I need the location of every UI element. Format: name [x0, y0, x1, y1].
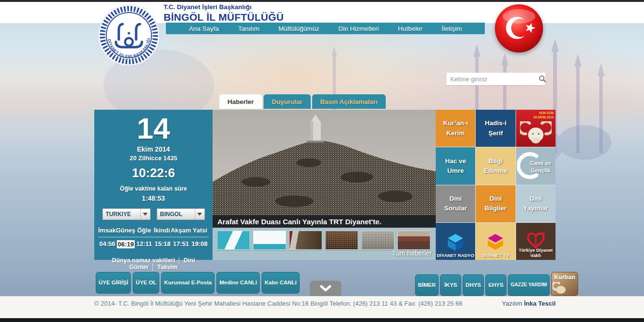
all-news-link[interactable]: Tüm haberler — [392, 249, 432, 257]
page: DİYANET İŞLERİ BAŞKANLIĞI T.C. Diyanet İ… — [0, 0, 644, 322]
page-title: BİNGÖL İL MÜFTÜLÜĞÜ — [164, 11, 284, 24]
ram-icon — [553, 282, 567, 295]
quick-link-label: BİMER — [418, 282, 436, 288]
country-select[interactable]: TURKIYE — [102, 208, 151, 220]
divider: │ — [177, 257, 181, 264]
credit-vendor-link[interactable]: İnka Tescil — [524, 300, 556, 307]
content-tabs: HaberlerDuyurularBasın Açıklamaları — [219, 94, 386, 109]
prayer-time-col: 17:51 — [172, 237, 190, 248]
software-credit: Yazılım İnka Tescil — [502, 300, 556, 307]
prayer-name: Öğle — [137, 227, 151, 234]
slider-photo-arafat[interactable] — [213, 110, 436, 228]
city-select[interactable]: BINGOL — [157, 208, 205, 220]
chevron-down-icon[interactable] — [195, 209, 204, 219]
search-input[interactable] — [446, 76, 539, 83]
nav-item-0[interactable]: Ana Sayfa — [189, 25, 219, 32]
quick-link-dhys[interactable]: DHYS — [463, 274, 484, 296]
tile-label: Türkiye Diyanet Vakfı — [516, 247, 556, 258]
prayer-link-2[interactable]: Takvim — [157, 264, 177, 270]
prayer-time-col: 19:08 — [190, 237, 209, 248]
quick-link-label: ÜYE GİRİŞİ — [99, 279, 128, 286]
news-slider: Arafat Vakfe Duası Canlı Yayınla TRT Diy… — [213, 110, 436, 260]
quick-link-label: EHYS — [488, 282, 503, 288]
prayer-name: Güneş — [116, 227, 135, 234]
quick-link-label: Kabe CANLI — [265, 279, 296, 286]
tile-bilgi-edinme[interactable]: Bilgi Edinme — [476, 147, 515, 184]
quick-link--ye-ol[interactable]: ÜYE OL — [133, 272, 159, 294]
nav-item-3[interactable]: Din Hizmetleri — [339, 25, 379, 32]
quick-link-kurumsal-e-posta[interactable]: Kurumsal E-Posta — [161, 272, 215, 294]
prayer-link-0[interactable]: Dünya namaz vakitleri — [112, 257, 175, 264]
tab-1[interactable]: Duyurular — [264, 94, 311, 109]
quick-link-label: Kurumsal E-Posta — [164, 279, 212, 286]
copyright-text: © 2014- T.C. Bingöl İl Müftülüğü Yeni Şe… — [94, 300, 463, 307]
tile-label: Hac ve Umre — [436, 156, 475, 176]
quick-link-gazze-yardim[interactable]: GAZZE YARDIM — [508, 274, 550, 296]
cemaat-salon-foto-thumbnail[interactable] — [325, 231, 358, 250]
diyanet-logo[interactable]: DİYANET İŞLERİ BAŞKANLIĞI — [98, 4, 160, 66]
tile-label: Dini Sorular — [436, 194, 475, 214]
tile-label: Cami ve Gençlik — [527, 160, 554, 174]
prayer-time: 12:11 — [137, 240, 152, 247]
quick-link-kabe-canli[interactable]: Kabe CANLI — [262, 272, 299, 294]
quick-link-kurban[interactable]: Kurban — [551, 272, 578, 296]
location-selects: TURKIYE BINGOL — [94, 208, 213, 220]
prayer-time-col: 04:56 — [98, 237, 116, 248]
chevron-down-icon[interactable] — [140, 209, 150, 219]
nav-item-4[interactable]: Hutbeler — [398, 25, 422, 32]
quick-link-label: DHYS — [466, 282, 481, 288]
tile-label: Dini Yayınlar — [516, 194, 556, 214]
tile-kur-an-kerim[interactable]: Kur’an-ı Kerim — [436, 110, 475, 147]
muftu-makam-foto-thumbnail[interactable] — [289, 231, 322, 250]
quick-link-bi-mer[interactable]: BİMER — [415, 274, 439, 296]
tile-di-yanet-radyo[interactable]: DİYANET RADYO — [436, 223, 475, 260]
search-icon[interactable] — [539, 73, 546, 85]
prayer-name-col: Öğle — [135, 226, 153, 234]
quick-link--ye-gi-ri-i-[interactable]: ÜYE GİRİŞİ — [96, 272, 131, 294]
tile-dini-bilgiler[interactable]: Dini Bilgiler — [476, 185, 515, 222]
prayer-times-table: İmsakGüneşÖğleİkindiAkşamYatsi 04:5606:1… — [98, 226, 209, 248]
tile-dini-sorular[interactable]: Dini Sorular — [436, 185, 475, 222]
tdv-burs-poster-thumbnail[interactable] — [217, 231, 250, 250]
quick-link-ehys[interactable]: EHYS — [485, 274, 506, 296]
arafat-tepe-foto-thumbnail[interactable] — [361, 231, 394, 250]
tile-di-yanet-tv[interactable]: DİYANET TV — [476, 223, 515, 260]
tile-label: Dini Bilgiler — [476, 194, 515, 214]
nav-item-1[interactable]: Tanıtım — [238, 25, 259, 32]
prayer-time-highlighted: 06:19 — [117, 240, 135, 248]
slider-caption[interactable]: Arafat Vakfe Duası Canlı Yayınla TRT Diy… — [213, 215, 436, 228]
tile-ram-ad[interactable]: SON GÜN03 EKİM 2014 — [516, 110, 556, 147]
tile-label: Bilgi Edinme — [476, 156, 515, 176]
city-select-value: BINGOL — [157, 211, 195, 218]
genc-gel-panel-poster-thumbnail[interactable] — [253, 231, 286, 250]
countdown-label: Öğle vaktine kalan süre — [94, 185, 213, 192]
tile-cami-ve-gen-lik[interactable]: Cami ve Gençlik — [516, 147, 556, 184]
header-band — [0, 2, 644, 23]
date-hijri: 20 Zilhicce 1435 — [94, 155, 213, 162]
prayer-time: 17:51 — [173, 240, 189, 247]
toplanti-salonu-foto-thumbnail[interactable] — [397, 231, 430, 250]
tab-2[interactable]: Basın Açıklamaları — [312, 94, 386, 109]
tile-hac-ve-umre[interactable]: Hac ve Umre — [436, 147, 475, 184]
quick-link-label: Kurban — [554, 274, 575, 282]
tile-hadis-i-erif[interactable]: Hadis-i Şerif — [476, 110, 515, 147]
agency-title: T.C. Diyanet İşleri Başkanlığı — [164, 3, 284, 11]
quick-link-label: GAZZE YARDIM — [511, 282, 547, 288]
quick-link-i-kys[interactable]: İKYS — [440, 274, 461, 296]
nav-item-5[interactable]: İletişim — [442, 25, 462, 32]
quick-links-left: ÜYE GİRİŞİÜYE OLKurumsal E-PostaMedine C… — [96, 272, 300, 294]
prayer-name-col: Güneş — [116, 226, 135, 234]
prayer-time-col: 06:19 — [116, 237, 135, 248]
badge-line: SON GÜN — [533, 111, 554, 116]
tab-0[interactable]: Haberler — [219, 94, 262, 109]
nav-item-2[interactable]: Müftülüğümüz — [278, 25, 319, 32]
turkish-flag-button[interactable] — [493, 3, 544, 54]
prayer-time: 04:56 — [100, 240, 115, 247]
quick-link-label: İKYS — [444, 282, 457, 288]
main-nav: Ana SayfaTanıtımMüftülüğümüzDin Hizmetle… — [166, 23, 485, 34]
quick-link-medine-canli[interactable]: Medine CANLI — [216, 272, 260, 294]
tile-t-rkiye-diyanet-vakf-[interactable]: Türkiye Diyanet Vakfı — [516, 223, 556, 260]
tile-dini-yay-nlar[interactable]: Dini Yayınlar — [516, 185, 556, 222]
scroll-down-button[interactable] — [310, 281, 341, 296]
prayer-name-col: Yatsi — [191, 226, 209, 234]
